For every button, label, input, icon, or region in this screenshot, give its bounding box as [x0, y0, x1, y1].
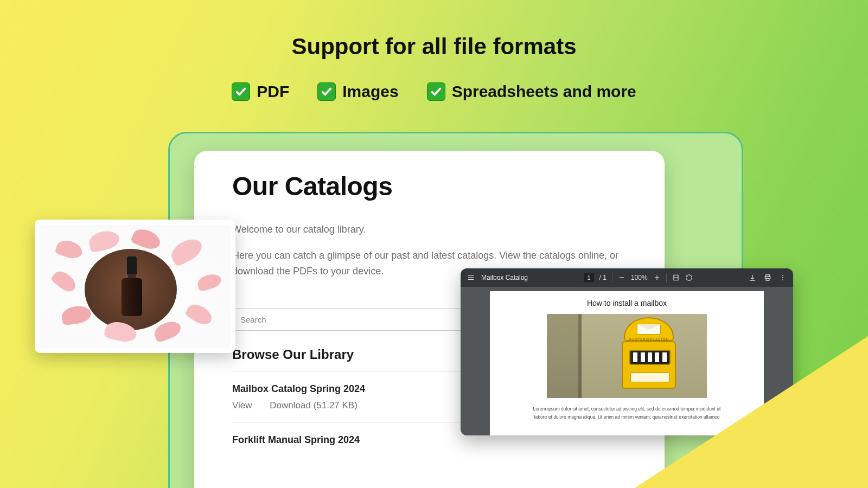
page-current[interactable]: 1 — [584, 273, 593, 282]
hero-headline: Support for all file formats — [0, 34, 868, 60]
more-icon[interactable] — [779, 274, 787, 281]
pdf-page-image: POSTBRIEFKASTEN — [547, 314, 707, 398]
format-item-pdf: PDF — [232, 82, 289, 101]
format-item-spreadsheets: Spreadsheets and more — [427, 82, 636, 101]
pdf-doc-title: Mailbox Catalog — [481, 274, 528, 281]
catalog-entry: Forklift Manual Spring 2024 — [232, 434, 627, 462]
download-icon[interactable] — [749, 274, 756, 281]
zoom-out-icon[interactable] — [618, 274, 626, 281]
zoom-in-icon[interactable] — [653, 274, 661, 281]
format-row: PDF Images Spreadsheets and more — [0, 82, 868, 101]
svg-point-12 — [782, 275, 783, 276]
toolbar-separator — [666, 273, 667, 282]
pdf-viewer-body[interactable]: How to install a mailbox POSTBRIEFKASTEN… — [461, 287, 793, 435]
pdf-page-text-2: labore et dolore magna aliqua. Ut enim a… — [534, 414, 720, 421]
product-image-card — [35, 220, 235, 353]
menu-icon[interactable] — [467, 274, 475, 281]
entry-view-link[interactable]: View — [232, 400, 252, 410]
svg-point-13 — [782, 277, 783, 278]
format-label: Spreadsheets and more — [452, 82, 636, 101]
check-icon — [232, 82, 250, 101]
fit-page-icon[interactable] — [672, 274, 680, 281]
print-icon[interactable] — [764, 274, 771, 281]
page-total: / 1 — [599, 274, 607, 281]
pdf-page-heading: How to install a mailbox — [587, 299, 667, 307]
svg-point-14 — [782, 279, 783, 280]
toolbar-separator — [612, 273, 612, 282]
rotate-icon[interactable] — [685, 274, 693, 281]
pdf-page-text-1: Lorem ipsum dolor sit amet, consectetur … — [533, 406, 721, 413]
zoom-level: 100% — [631, 274, 648, 281]
pdf-page: How to install a mailbox POSTBRIEFKASTEN… — [490, 291, 764, 435]
product-image — [40, 225, 230, 348]
check-icon — [427, 82, 445, 101]
catalog-intro-1: Welcome to our catalog library. — [232, 222, 627, 238]
catalog-title: Our Catalogs — [232, 171, 627, 201]
entry-download-link[interactable]: Download (51.27 KB) — [270, 400, 358, 410]
pdf-toolbar: Mailbox Catalog 1 / 1 100% — [461, 268, 793, 287]
pdf-viewer-card: Mailbox Catalog 1 / 1 100% — [461, 268, 793, 435]
entry-title: Forklift Manual Spring 2024 — [232, 434, 627, 446]
format-label: Images — [342, 82, 398, 101]
format-item-images: Images — [317, 82, 398, 101]
check-icon — [317, 82, 336, 101]
format-label: PDF — [257, 82, 289, 101]
